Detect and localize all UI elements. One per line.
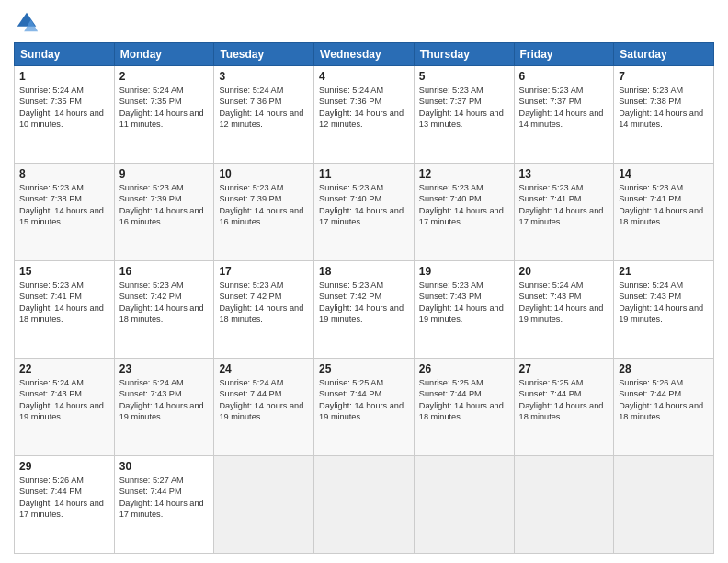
- day-content: Sunrise: 5:24 AMSunset: 7:43 PMDaylight:…: [19, 377, 109, 423]
- calendar-cell: 12Sunrise: 5:23 AMSunset: 7:40 PMDayligh…: [414, 164, 514, 261]
- calendar-cell: 22Sunrise: 5:24 AMSunset: 7:43 PMDayligh…: [15, 359, 115, 456]
- day-number: 29: [19, 460, 109, 473]
- calendar-cell: [214, 456, 314, 554]
- calendar-table: SundayMondayTuesdayWednesdayThursdayFrid…: [14, 42, 714, 554]
- calendar-cell: 24Sunrise: 5:24 AMSunset: 7:44 PMDayligh…: [214, 359, 314, 456]
- day-number: 3: [219, 70, 309, 83]
- calendar-cell: 27Sunrise: 5:25 AMSunset: 7:44 PMDayligh…: [514, 359, 614, 456]
- day-number: 10: [219, 167, 309, 180]
- day-number: 5: [419, 70, 509, 83]
- day-content: Sunrise: 5:26 AMSunset: 7:44 PMDaylight:…: [19, 475, 109, 521]
- day-content: Sunrise: 5:23 AMSunset: 7:37 PMDaylight:…: [419, 85, 509, 131]
- day-number: 30: [119, 460, 210, 473]
- day-number: 7: [619, 70, 709, 83]
- day-number: 23: [119, 362, 210, 375]
- calendar-cell: 19Sunrise: 5:23 AMSunset: 7:43 PMDayligh…: [414, 261, 514, 359]
- day-number: 14: [619, 167, 709, 180]
- day-number: 6: [519, 70, 609, 83]
- day-number: 26: [419, 362, 509, 375]
- day-content: Sunrise: 5:23 AMSunset: 7:38 PMDaylight:…: [19, 182, 109, 228]
- day-content: Sunrise: 5:23 AMSunset: 7:40 PMDaylight:…: [419, 182, 509, 228]
- calendar-header-saturday: Saturday: [614, 43, 714, 66]
- day-number: 27: [519, 362, 609, 375]
- day-number: 12: [419, 167, 509, 180]
- day-content: Sunrise: 5:23 AMSunset: 7:42 PMDaylight:…: [119, 280, 210, 326]
- calendar-cell: 23Sunrise: 5:24 AMSunset: 7:43 PMDayligh…: [114, 359, 214, 456]
- day-number: 25: [319, 362, 409, 375]
- calendar-cell: 18Sunrise: 5:23 AMSunset: 7:42 PMDayligh…: [314, 261, 415, 359]
- calendar-header-tuesday: Tuesday: [214, 43, 314, 66]
- calendar-cell: [314, 456, 415, 554]
- calendar-cell: 15Sunrise: 5:23 AMSunset: 7:41 PMDayligh…: [15, 261, 115, 359]
- logo: [14, 9, 43, 35]
- day-content: Sunrise: 5:23 AMSunset: 7:39 PMDaylight:…: [219, 182, 309, 228]
- day-number: 16: [119, 265, 210, 278]
- calendar-cell: 25Sunrise: 5:25 AMSunset: 7:44 PMDayligh…: [314, 359, 415, 456]
- day-number: 20: [519, 265, 609, 278]
- calendar-header-sunday: Sunday: [15, 43, 115, 66]
- day-number: 4: [319, 70, 409, 83]
- calendar-cell: [614, 456, 714, 554]
- calendar-row-3: 22Sunrise: 5:24 AMSunset: 7:43 PMDayligh…: [15, 359, 714, 456]
- day-number: 28: [619, 362, 709, 375]
- day-content: Sunrise: 5:23 AMSunset: 7:38 PMDaylight:…: [619, 85, 709, 131]
- calendar-cell: 10Sunrise: 5:23 AMSunset: 7:39 PMDayligh…: [214, 164, 314, 261]
- day-content: Sunrise: 5:23 AMSunset: 7:39 PMDaylight:…: [119, 182, 210, 228]
- day-content: Sunrise: 5:25 AMSunset: 7:44 PMDaylight:…: [519, 377, 609, 423]
- day-number: 22: [19, 362, 109, 375]
- calendar-cell: [414, 456, 514, 554]
- calendar-cell: 4Sunrise: 5:24 AMSunset: 7:36 PMDaylight…: [314, 66, 415, 164]
- calendar-cell: 30Sunrise: 5:27 AMSunset: 7:44 PMDayligh…: [114, 456, 214, 554]
- day-content: Sunrise: 5:24 AMSunset: 7:43 PMDaylight:…: [519, 280, 609, 326]
- day-content: Sunrise: 5:23 AMSunset: 7:41 PMDaylight:…: [19, 280, 109, 326]
- day-number: 2: [119, 70, 210, 83]
- calendar-cell: 26Sunrise: 5:25 AMSunset: 7:44 PMDayligh…: [414, 359, 514, 456]
- calendar-header-wednesday: Wednesday: [314, 43, 415, 66]
- day-number: 11: [319, 167, 409, 180]
- page: SundayMondayTuesdayWednesdayThursdayFrid…: [0, 0, 728, 563]
- calendar-cell: 17Sunrise: 5:23 AMSunset: 7:42 PMDayligh…: [214, 261, 314, 359]
- day-content: Sunrise: 5:24 AMSunset: 7:36 PMDaylight:…: [219, 85, 309, 131]
- day-number: 1: [19, 70, 109, 83]
- calendar-row-1: 8Sunrise: 5:23 AMSunset: 7:38 PMDaylight…: [15, 164, 714, 261]
- day-number: 13: [519, 167, 609, 180]
- day-content: Sunrise: 5:26 AMSunset: 7:44 PMDaylight:…: [619, 377, 709, 423]
- day-number: 8: [19, 167, 109, 180]
- day-number: 9: [119, 167, 210, 180]
- day-content: Sunrise: 5:24 AMSunset: 7:35 PMDaylight:…: [119, 85, 210, 131]
- day-content: Sunrise: 5:24 AMSunset: 7:36 PMDaylight:…: [319, 85, 409, 131]
- day-content: Sunrise: 5:25 AMSunset: 7:44 PMDaylight:…: [419, 377, 509, 423]
- day-content: Sunrise: 5:23 AMSunset: 7:41 PMDaylight:…: [519, 182, 609, 228]
- day-number: 21: [619, 265, 709, 278]
- day-number: 15: [19, 265, 109, 278]
- calendar-row-4: 29Sunrise: 5:26 AMSunset: 7:44 PMDayligh…: [15, 456, 714, 554]
- day-number: 19: [419, 265, 509, 278]
- day-content: Sunrise: 5:23 AMSunset: 7:40 PMDaylight:…: [319, 182, 409, 228]
- day-content: Sunrise: 5:24 AMSunset: 7:35 PMDaylight:…: [19, 85, 109, 131]
- calendar-cell: 28Sunrise: 5:26 AMSunset: 7:44 PMDayligh…: [614, 359, 714, 456]
- calendar-cell: 29Sunrise: 5:26 AMSunset: 7:44 PMDayligh…: [15, 456, 115, 554]
- day-content: Sunrise: 5:24 AMSunset: 7:44 PMDaylight:…: [219, 377, 309, 423]
- day-content: Sunrise: 5:27 AMSunset: 7:44 PMDaylight:…: [119, 475, 210, 521]
- header: [14, 9, 714, 35]
- day-content: Sunrise: 5:23 AMSunset: 7:41 PMDaylight:…: [619, 182, 709, 228]
- calendar-cell: 6Sunrise: 5:23 AMSunset: 7:37 PMDaylight…: [514, 66, 614, 164]
- calendar-row-2: 15Sunrise: 5:23 AMSunset: 7:41 PMDayligh…: [15, 261, 714, 359]
- day-number: 17: [219, 265, 309, 278]
- day-content: Sunrise: 5:23 AMSunset: 7:37 PMDaylight:…: [519, 85, 609, 131]
- calendar-cell: 21Sunrise: 5:24 AMSunset: 7:43 PMDayligh…: [614, 261, 714, 359]
- calendar-header-row: SundayMondayTuesdayWednesdayThursdayFrid…: [15, 43, 714, 66]
- day-content: Sunrise: 5:24 AMSunset: 7:43 PMDaylight:…: [619, 280, 709, 326]
- day-number: 24: [219, 362, 309, 375]
- logo-icon: [14, 9, 40, 35]
- calendar-cell: 2Sunrise: 5:24 AMSunset: 7:35 PMDaylight…: [114, 66, 214, 164]
- calendar-cell: 9Sunrise: 5:23 AMSunset: 7:39 PMDaylight…: [114, 164, 214, 261]
- day-content: Sunrise: 5:25 AMSunset: 7:44 PMDaylight:…: [319, 377, 409, 423]
- day-number: 18: [319, 265, 409, 278]
- calendar-cell: 13Sunrise: 5:23 AMSunset: 7:41 PMDayligh…: [514, 164, 614, 261]
- calendar-cell: [514, 456, 614, 554]
- calendar-cell: 8Sunrise: 5:23 AMSunset: 7:38 PMDaylight…: [15, 164, 115, 261]
- calendar-cell: 14Sunrise: 5:23 AMSunset: 7:41 PMDayligh…: [614, 164, 714, 261]
- day-content: Sunrise: 5:24 AMSunset: 7:43 PMDaylight:…: [119, 377, 210, 423]
- day-content: Sunrise: 5:23 AMSunset: 7:43 PMDaylight:…: [419, 280, 509, 326]
